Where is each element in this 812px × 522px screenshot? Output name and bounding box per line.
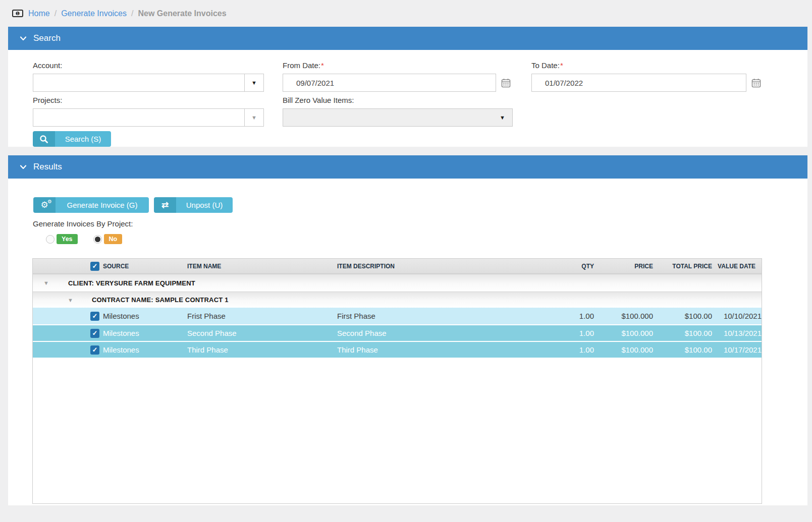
account-label: Account:	[33, 61, 264, 70]
radio-yes-button[interactable]	[46, 235, 55, 244]
projects-input[interactable]	[33, 109, 244, 126]
svg-text:1: 1	[17, 12, 19, 15]
table-row[interactable]: ✓ Milestones Frist Phase First Phase 1.0…	[33, 308, 762, 324]
column-header-total-price[interactable]: TOTAL PRICE	[653, 263, 712, 270]
total-price-cell: $100.00	[653, 329, 712, 337]
row-checkbox[interactable]: ✓	[90, 329, 99, 338]
select-all-checkbox[interactable]: ✓	[90, 262, 99, 271]
calendar-icon[interactable]	[751, 78, 761, 88]
client-group-label: CLIENT: VERYSURE FARM EQUIPMENT	[68, 279, 195, 287]
client-group-row[interactable]: ▼ CLIENT: VERYSURE FARM EQUIPMENT	[33, 274, 762, 292]
from-date-input[interactable]	[283, 74, 496, 92]
breadcrumb-current-page: New Generate Invoices	[138, 9, 226, 18]
dropdown-arrow-icon: ▼	[251, 115, 257, 121]
column-header-item-name[interactable]: ITEM NAME	[187, 263, 337, 270]
breadcrumb-separator: /	[131, 9, 133, 18]
generate-invoice-button-label: Generate Invoice (G)	[56, 197, 149, 213]
collapse-triangle-icon[interactable]: ▼	[43, 280, 49, 286]
value-date-cell: 10/17/2021	[712, 345, 763, 354]
bill-zero-value-items-select[interactable]: ▼	[283, 108, 513, 127]
dropdown-arrow-icon: ▼	[500, 115, 505, 121]
row-checkbox[interactable]: ✓	[90, 312, 99, 321]
by-project-radio-group: Yes No	[46, 235, 807, 244]
contract-group-label: CONTRACT NAME: SAMPLE CONTRACT 1	[92, 296, 229, 304]
search-button-label: Search (S)	[55, 131, 111, 147]
results-table: ✓ SOURCE ITEM NAME ITEM DESCRIPTION QTY …	[32, 258, 762, 504]
row-checkbox[interactable]: ✓	[90, 345, 99, 355]
unpost-button-label: Unpost (U)	[176, 197, 233, 213]
source-cell: Milestones	[103, 345, 187, 354]
required-asterisk: *	[560, 61, 563, 70]
chevron-down-icon	[20, 33, 27, 43]
results-panel-title: Results	[33, 162, 62, 172]
column-header-value-date[interactable]: VALUE DATE	[712, 263, 763, 270]
gears-icon: ⚙⚙	[33, 197, 56, 213]
required-asterisk: *	[321, 61, 324, 70]
item-description-cell: First Phase	[337, 312, 535, 320]
search-panel-body: Account: ▼ From Date:* To Date:*	[8, 50, 807, 147]
to-date-label: To Date:*	[531, 61, 761, 70]
dropdown-arrow-icon: ▼	[251, 80, 257, 86]
source-cell: Milestones	[103, 329, 187, 337]
column-header-source[interactable]: SOURCE	[103, 263, 187, 270]
bill-zero-value-items-label: Bill Zero Value Items:	[283, 96, 511, 105]
item-name-cell: Second Phase	[187, 329, 337, 337]
breadcrumb-home-link[interactable]: Home	[28, 9, 50, 18]
chevron-down-icon	[20, 162, 27, 172]
radio-option-yes[interactable]: Yes	[46, 234, 78, 244]
value-date-cell: 10/10/2021	[712, 312, 763, 320]
calendar-icon[interactable]	[501, 78, 511, 88]
results-panel: Results ⚙⚙ Generate Invoice (G) ⇄ Unpost…	[8, 155, 807, 505]
results-panel-body: ⚙⚙ Generate Invoice (G) ⇄ Unpost (U) Gen…	[8, 179, 807, 505]
source-cell: Milestones	[103, 312, 187, 320]
unpost-button[interactable]: ⇄ Unpost (U)	[154, 197, 233, 213]
radio-no-button[interactable]	[93, 235, 102, 244]
generate-invoice-button[interactable]: ⚙⚙ Generate Invoice (G)	[33, 197, 149, 213]
swap-arrows-icon: ⇄	[154, 197, 176, 213]
item-name-cell: Frist Phase	[187, 312, 337, 320]
no-badge: No	[104, 234, 123, 244]
qty-cell: 1.00	[535, 312, 594, 320]
account-combobox[interactable]: ▼	[33, 74, 264, 92]
value-date-cell: 10/13/2021	[712, 329, 763, 337]
item-description-cell: Third Phase	[337, 345, 535, 354]
search-panel-header[interactable]: Search	[8, 27, 807, 50]
item-name-cell: Third Phase	[187, 345, 337, 354]
qty-cell: 1.00	[535, 329, 594, 337]
price-cell: $100.000	[594, 312, 653, 320]
yes-badge: Yes	[57, 234, 78, 244]
radio-option-no[interactable]: No	[93, 234, 123, 244]
projects-dropdown-button[interactable]: ▼	[244, 109, 263, 126]
table-row[interactable]: ✓ Milestones Third Phase Third Phase 1.0…	[33, 341, 762, 358]
table-header-row: ✓ SOURCE ITEM NAME ITEM DESCRIPTION QTY …	[33, 259, 762, 274]
price-cell: $100.000	[594, 345, 653, 354]
contract-group-row[interactable]: ▼ CONTRACT NAME: SAMPLE CONTRACT 1	[33, 292, 762, 308]
account-input[interactable]	[33, 74, 244, 91]
projects-label: Projects:	[33, 96, 264, 105]
from-date-label: From Date:*	[283, 61, 511, 70]
total-price-cell: $100.00	[653, 312, 712, 320]
money-icon: 1	[12, 10, 23, 17]
search-button[interactable]: Search (S)	[33, 131, 111, 147]
search-panel: Search Account: ▼ From Date:*	[8, 27, 807, 147]
breadcrumb: 1 Home / Generate Invoices / New Generat…	[0, 0, 812, 27]
to-date-input[interactable]	[531, 74, 746, 92]
column-header-price[interactable]: PRICE	[594, 263, 653, 270]
table-empty-area	[33, 358, 762, 503]
generate-invoices-by-project-label: Generate Invoices By Project:	[33, 219, 807, 228]
results-panel-header[interactable]: Results	[8, 155, 807, 179]
breadcrumb-separator: /	[55, 9, 57, 18]
search-panel-title: Search	[33, 33, 61, 43]
item-description-cell: Second Phase	[337, 329, 535, 337]
column-header-qty[interactable]: QTY	[535, 263, 594, 270]
qty-cell: 1.00	[535, 345, 594, 354]
column-header-item-description[interactable]: ITEM DESCRIPTION	[337, 263, 535, 270]
total-price-cell: $100.00	[653, 345, 712, 354]
price-cell: $100.000	[594, 329, 653, 337]
table-row[interactable]: ✓ Milestones Second Phase Second Phase 1…	[33, 324, 762, 341]
collapse-triangle-icon[interactable]: ▼	[68, 297, 73, 303]
search-icon	[33, 131, 55, 147]
account-dropdown-button[interactable]: ▼	[244, 74, 263, 91]
projects-combobox[interactable]: ▼	[33, 108, 264, 127]
breadcrumb-generate-invoices-link[interactable]: Generate Invoices	[61, 9, 127, 18]
